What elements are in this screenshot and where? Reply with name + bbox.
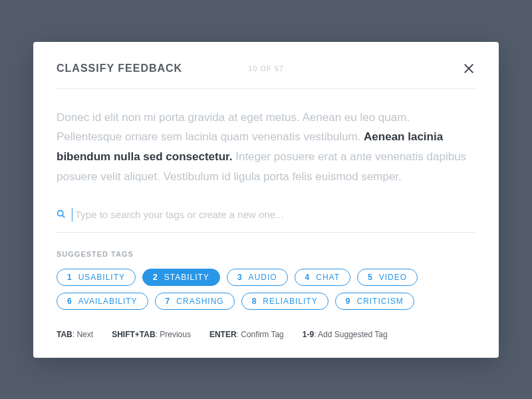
modal-title: CLASSIFY FEEDBACK (57, 63, 182, 74)
tag-search-input[interactable] (72, 208, 475, 221)
shortcut-key: ENTER (209, 330, 237, 339)
tag-label: CHAT (316, 273, 340, 282)
tag-number: 7 (166, 297, 171, 306)
search-icon (57, 209, 65, 221)
shortcut-desc: : Confirm Tag (237, 330, 284, 339)
svg-line-3 (63, 215, 65, 217)
tag-label: USABILITY (78, 273, 125, 282)
shortcut-key: 1-9 (303, 330, 314, 339)
feedback-text-pre: Donec id elit non mi porta gravida at eg… (57, 111, 410, 144)
tag-number: 1 (67, 273, 72, 282)
tag-number: 2 (153, 273, 158, 282)
tag-number: 6 (67, 297, 72, 306)
tag-criticism[interactable]: 9CRITICISM (335, 293, 414, 310)
tag-label: CRITICISM (356, 297, 403, 306)
tag-crashing[interactable]: 7CRASHING (155, 293, 235, 310)
suggested-tags-label: SUGGESTED TAGS (57, 250, 475, 258)
progress-counter: 10 OF 57 (248, 65, 284, 72)
suggested-tags-list: 1USABILITY2STABILITY3AUDIO4CHAT5VIDEO6AV… (57, 269, 475, 310)
tag-availability[interactable]: 6AVAILABILITY (57, 293, 148, 310)
modal-header: CLASSIFY FEEDBACK 10 OF 57 (57, 62, 475, 89)
tag-label: CRASHING (176, 297, 223, 306)
tag-audio[interactable]: 3AUDIO (227, 269, 288, 286)
svg-point-2 (58, 210, 63, 215)
feedback-text: Donec id elit non mi porta gravida at eg… (57, 89, 475, 208)
tag-stability[interactable]: 2STABILITY (142, 269, 220, 286)
tag-reliability[interactable]: 8RELIABILITY (241, 293, 329, 310)
tag-number: 3 (237, 273, 243, 282)
tag-label: AVAILABILITY (78, 297, 138, 306)
shortcut-desc: : Next (72, 330, 93, 339)
tag-number: 4 (305, 273, 311, 282)
shortcut-desc: : Add Suggested Tag (314, 330, 388, 339)
tag-label: STABILITY (164, 273, 209, 282)
tag-number: 8 (252, 297, 257, 306)
shortcut-key: SHIFT+TAB (112, 330, 155, 339)
close-icon (463, 63, 475, 74)
tag-number: 5 (368, 273, 373, 282)
shortcut-desc: : Previous (156, 330, 191, 339)
tag-number: 9 (346, 297, 351, 306)
header-wrapper: CLASSIFY FEEDBACK 10 OF 57 (57, 62, 475, 75)
tag-chat[interactable]: 4CHAT (295, 269, 350, 286)
tag-label: RELIABILITY (263, 297, 317, 306)
classify-feedback-modal: CLASSIFY FEEDBACK 10 OF 57 Donec id elit… (33, 42, 499, 358)
shortcut-item: TAB: Next (57, 330, 93, 339)
shortcut-key: TAB (57, 330, 72, 339)
close-button[interactable] (462, 62, 475, 75)
tag-label: AUDIO (249, 273, 277, 282)
keyboard-shortcuts: TAB: NextSHIFT+TAB: PreviousENTER: Confi… (57, 330, 475, 339)
shortcut-item: ENTER: Confirm Tag (209, 330, 284, 339)
tag-search-row (57, 208, 475, 233)
shortcut-item: 1-9: Add Suggested Tag (303, 330, 388, 339)
shortcut-item: SHIFT+TAB: Previous (112, 330, 191, 339)
tag-label: VIDEO (379, 273, 407, 282)
tag-usability[interactable]: 1USABILITY (57, 269, 136, 286)
tag-video[interactable]: 5VIDEO (357, 269, 418, 286)
